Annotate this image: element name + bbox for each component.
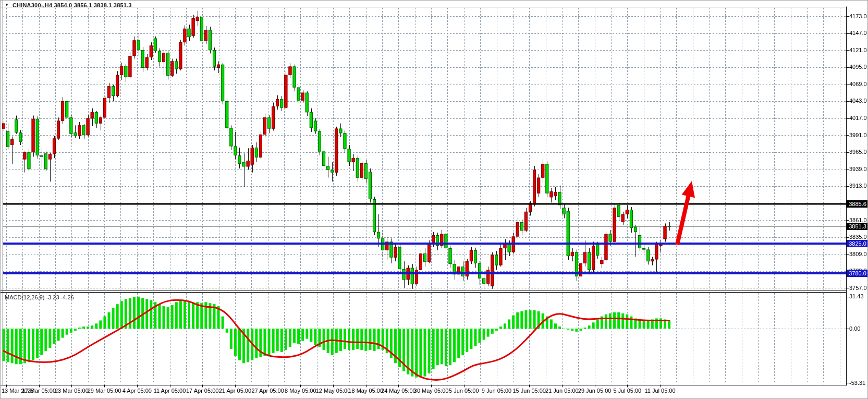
price-level-badge: 3780.0 xyxy=(847,270,868,277)
symbol-dropdown-icon[interactable]: ▼ xyxy=(5,2,9,8)
time-tick-label: 17 Mar 05:00 xyxy=(22,388,56,394)
time-tick-label: 17 Apr 05:00 xyxy=(186,388,218,394)
price-tick-label: 3991.0 xyxy=(849,132,867,139)
time-tick-label: 12 May 05:00 xyxy=(316,388,351,394)
price-level-badge: 3851.3 xyxy=(847,223,868,230)
time-tick-label: 18 May 05:00 xyxy=(348,388,383,394)
time-tick-label: 21 Jun 05:00 xyxy=(545,388,579,394)
chart-title-bar: ▼ CHINA300-,H4 3854.0 3856.1 3838.1 3851… xyxy=(5,2,132,8)
time-tick-label: 11 Apr 05:00 xyxy=(154,388,186,394)
price-level-badge: 3885.6 xyxy=(847,200,868,208)
time-tick-label: 8 May 05:00 xyxy=(285,388,316,394)
time-tick-label: 29 Mar 05:00 xyxy=(88,388,121,394)
time-tick-label: 23 Mar 05:00 xyxy=(55,388,89,394)
price-tick-label: 3835.0 xyxy=(849,234,867,240)
time-tick-label: 5 Jun 05:00 xyxy=(449,388,479,394)
price-tick-label: 4069.0 xyxy=(849,81,867,88)
price-tick-label: 4173.0 xyxy=(849,13,867,20)
time-tick-label: 27 Apr 05:00 xyxy=(251,388,284,394)
price-tick-label: 4043.0 xyxy=(849,98,867,104)
price-tick-label: 3913.0 xyxy=(849,183,867,189)
price-tick-label: 4017.0 xyxy=(849,115,867,122)
price-tick-label: 3809.0 xyxy=(849,251,867,258)
macd-tick-label: -53.31 xyxy=(849,380,865,386)
price-tick-label: 4121.0 xyxy=(849,47,867,54)
macd-tick-label: 0.00 xyxy=(849,325,860,332)
price-level-badge: 3825.0 xyxy=(847,240,868,247)
price-tick-label: 3965.0 xyxy=(849,149,867,155)
time-tick-label: 30 May 05:00 xyxy=(414,388,449,394)
time-tick-label: 9 Jun 05:00 xyxy=(482,388,512,394)
chart-canvas[interactable] xyxy=(1,1,868,399)
price-tick-label: 4147.0 xyxy=(849,30,867,37)
symbol-ohlc-title: CHINA300-,H4 3854.0 3856.1 3838.1 3851.3 xyxy=(13,2,132,8)
price-tick-label: 3939.0 xyxy=(849,166,867,173)
time-tick-label: 11 Jul 05:00 xyxy=(644,388,675,394)
chart-window: ▼ CHINA300-,H4 3854.0 3856.1 3838.1 3851… xyxy=(0,0,868,399)
price-tick-label: 4095.0 xyxy=(849,64,867,70)
price-tick-label: 3757.0 xyxy=(849,285,867,292)
time-tick-label: 29 Jun 05:00 xyxy=(578,388,612,394)
time-tick-label: 24 May 05:00 xyxy=(381,388,416,394)
time-tick-label: 4 Apr 05:00 xyxy=(123,388,152,394)
time-tick-label: 5 Jul 05:00 xyxy=(613,388,641,394)
time-tick-label: 21 Apr 05:00 xyxy=(219,388,251,394)
macd-indicator-label: MACD(12,26,9) -3.23 -4.26 xyxy=(5,294,74,300)
time-tick-label: 15 Jun 05:00 xyxy=(512,388,546,394)
macd-tick-label: 31.43 xyxy=(849,293,864,300)
